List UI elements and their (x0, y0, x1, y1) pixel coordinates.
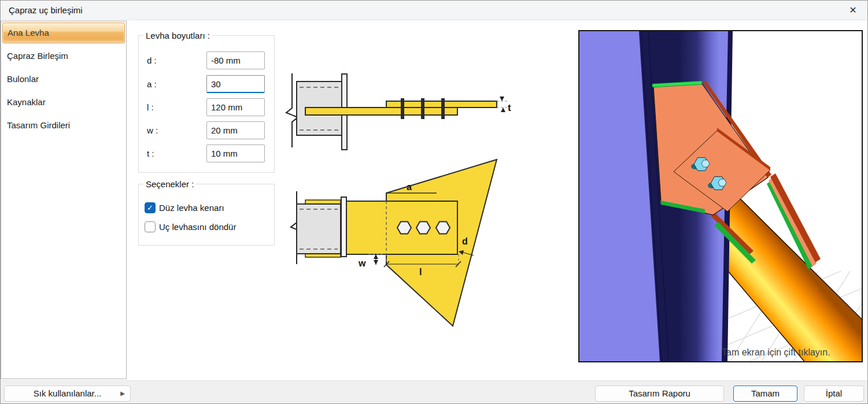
close-icon: ✕ (849, 5, 856, 15)
dim-arrow (374, 260, 378, 265)
sidebar-item-bulonlar[interactable]: Bulonlar (1, 68, 126, 91)
field-input-w[interactable] (206, 121, 265, 139)
dim-label-w: w (358, 258, 366, 268)
checkbox-label: Uç levhasını döndür (159, 221, 236, 232)
design-report-button[interactable]: Tasarım Raporu (595, 386, 724, 402)
dim-label-l: l (419, 267, 422, 277)
fullscreen-hint: Tam ekran için çift tıklayın. (722, 347, 830, 358)
dim-label-t: t (508, 102, 511, 113)
dim-arrow (500, 97, 504, 101)
column-section (297, 204, 341, 254)
bolt-hex (436, 222, 450, 234)
bolt-hex (416, 222, 430, 234)
dialog-title: Çapraz uç birleşimi (9, 1, 83, 20)
end-plate-plan (341, 197, 346, 257)
sidebar-item-tasarim-girdileri[interactable]: Tasarım Girdileri (1, 114, 126, 137)
favorites-label: Sık kullanılanlar... (34, 388, 102, 398)
diagram-svg: t a w l d (282, 36, 525, 362)
field-label-w: w : (147, 121, 158, 139)
cancel-button[interactable]: İptal (804, 386, 864, 402)
checkbox-flat-plate-edge[interactable]: ✓ Düz levha kenarı (145, 202, 266, 214)
field-label-t: t : (147, 144, 154, 162)
checkbox-unchecked-icon[interactable] (145, 221, 156, 232)
sidebar-item-capraz-birlesim[interactable]: Çapraz Birleşim (1, 45, 126, 68)
dim-arrow (374, 254, 378, 259)
field-input-a[interactable] (206, 75, 265, 93)
bolt-side (401, 98, 404, 119)
options-group-title: Seçenekler : (143, 179, 196, 189)
plate-dimensions-group: Levha boyutları : d : a : l : w : t : (138, 35, 275, 173)
viewer-3d-svg (579, 31, 862, 361)
main-plate-side (305, 108, 457, 115)
menu-arrow-icon: ▶ (120, 386, 125, 401)
favorites-button[interactable]: Sık kullanılanlar... ▶ (4, 386, 131, 402)
sidebar-item-kaynaklar[interactable]: Kaynaklar (1, 91, 126, 114)
ok-button[interactable]: Tamam (733, 386, 797, 402)
footer-bar: Sık kullanılanlar... ▶ Tasarım Raporu Ta… (1, 380, 868, 404)
checkbox-checked-icon[interactable]: ✓ (145, 202, 156, 213)
connection-diagram: t a w l d (282, 36, 525, 362)
field-label-l: l : (147, 98, 154, 116)
field-input-l[interactable] (206, 98, 265, 116)
dialog-crossbrace-end-connection: { "window": { "title": "Çapraz uç birleş… (0, 0, 868, 404)
sidebar-item-ana-levha[interactable]: Ana Levha (2, 23, 125, 43)
dim-label-d: d (462, 236, 468, 246)
diagram-plan-view: a w l d (291, 160, 497, 326)
dim-arrow (501, 108, 505, 112)
diagram-side-view: t (286, 73, 511, 150)
field-label-d: d : (147, 51, 157, 69)
checkbox-rotate-end-plate[interactable]: Uç levhasını döndür (145, 221, 266, 233)
close-button[interactable]: ✕ (841, 1, 865, 20)
viewer-3d[interactable]: Tam ekran için çift tıklayın. (578, 30, 863, 362)
plate-dimensions-group-title: Levha boyutları : (143, 31, 212, 40)
title-bar: Çapraz uç birleşimi ✕ (1, 1, 868, 20)
bolt-hex (397, 222, 411, 234)
options-group: Seçenekler : ✓ Düz levha kenarı Uç levha… (138, 184, 275, 246)
checkbox-label: Düz levha kenarı (159, 202, 224, 213)
category-sidebar: Ana Levha Çapraz Birleşim Bulonlar Kayna… (1, 21, 127, 379)
dim-label-a: a (407, 182, 412, 192)
bolt-side (421, 98, 424, 119)
bolt-side (441, 98, 445, 119)
field-input-d[interactable] (206, 51, 265, 69)
field-input-t[interactable] (206, 144, 265, 162)
field-label-a: a : (147, 75, 157, 93)
